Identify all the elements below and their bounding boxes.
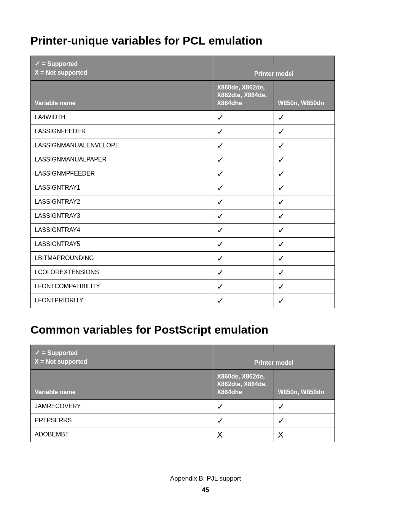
table-row: LASSIGNTRAY5✓✓	[31, 237, 335, 251]
variable-name: LASSIGNTRAY1	[31, 181, 213, 195]
blank-header	[213, 56, 274, 64]
col-model1: X860de, X862de, X862dte, X864de, X864dhe	[213, 369, 274, 399]
col-variable-name: Variable name	[31, 369, 213, 399]
support-mark: ✓	[274, 195, 335, 209]
support-mark: ✓	[213, 209, 274, 223]
variable-name: LASSIGNMANUALENVELOPE	[31, 139, 213, 153]
variable-name: LASSIGNMANUALPAPER	[31, 153, 213, 167]
variable-name: LASSIGNTRAY4	[31, 223, 213, 237]
check-icon: ✓	[35, 59, 40, 69]
page-number: 45	[0, 486, 411, 494]
table-row: LASSIGNTRAY1✓✓	[31, 181, 335, 195]
support-mark: ✓	[274, 139, 335, 153]
support-mark: ✓	[274, 167, 335, 181]
legend-cell: ✓ = Supported X = Not supported	[31, 345, 213, 369]
table-row: LFONTCOMPATIBILITY✓✓	[31, 280, 335, 294]
support-mark: ✓	[274, 223, 335, 237]
variable-name: ADOBEMBT	[31, 428, 213, 442]
blank-header	[274, 56, 335, 64]
table-row: LASSIGNMANUALENVELOPE✓✓	[31, 139, 335, 153]
col-model1: X860de, X862de, X862dte, X864de, X864dhe	[213, 80, 274, 110]
variable-name: JAMRECOVERY	[31, 399, 213, 414]
support-mark: ✓	[274, 265, 335, 280]
support-mark: ✓	[274, 125, 335, 139]
blank-header	[274, 345, 335, 353]
table-row: PRTPSERRS✓✓	[31, 414, 335, 428]
support-mark: X	[213, 428, 274, 442]
variable-name: LFONTPRIORITY	[31, 294, 213, 308]
printer-model-header: Printer model	[213, 353, 335, 369]
footer: Appendix B: PJL support 45	[0, 475, 411, 494]
support-mark: ✓	[274, 110, 335, 125]
support-mark: ✓	[213, 195, 274, 209]
support-mark: ✓	[274, 209, 335, 223]
variable-name: LASSIGNTRAY3	[31, 209, 213, 223]
supported-label: = Supported	[42, 350, 78, 356]
support-mark: ✓	[274, 399, 335, 414]
table-row: ADOBEMBTXX	[31, 428, 335, 442]
col-model2: W850n, W850dn	[274, 369, 335, 399]
table-pcl: ✓ = Supported X = Not supported Printer …	[30, 56, 335, 308]
section2-title: Common variables for PostScript emulatio…	[30, 323, 381, 336]
printer-model-header: Printer model	[213, 64, 335, 80]
support-mark: ✓	[213, 223, 274, 237]
support-mark: ✓	[213, 110, 274, 125]
support-mark: ✓	[213, 280, 274, 294]
support-mark: ✓	[213, 181, 274, 195]
col-variable-name: Variable name	[31, 80, 213, 110]
support-mark: ✓	[213, 265, 274, 280]
support-mark: ✓	[213, 167, 274, 181]
support-mark: ✓	[213, 399, 274, 414]
variable-name: LASSIGNTRAY5	[31, 237, 213, 251]
table-row: LA4WIDTH✓✓	[31, 110, 335, 125]
support-mark: ✓	[274, 280, 335, 294]
section1-title: Printer-unique variables for PCL emulati…	[30, 34, 381, 47]
variable-name: LFONTCOMPATIBILITY	[31, 280, 213, 294]
support-mark: ✓	[274, 237, 335, 251]
variable-name: LA4WIDTH	[31, 110, 213, 125]
footer-text: Appendix B: PJL support	[0, 475, 411, 482]
support-mark: ✓	[274, 181, 335, 195]
table-row: LASSIGNMANUALPAPER✓✓	[31, 153, 335, 167]
variable-name: LBITMAPROUNDING	[31, 251, 213, 265]
table-row: LBITMAPROUNDING✓✓	[31, 251, 335, 265]
col-model2: W850n, W850dn	[274, 80, 335, 110]
support-mark: ✓	[213, 414, 274, 428]
support-mark: ✓	[213, 251, 274, 265]
check-icon: ✓	[35, 348, 40, 358]
table-row: LFONTPRIORITY✓✓	[31, 294, 335, 308]
support-mark: ✓	[213, 294, 274, 308]
table-row: LASSIGNTRAY2✓✓	[31, 195, 335, 209]
table-row: LASSIGNTRAY3✓✓	[31, 209, 335, 223]
legend-cell: ✓ = Supported X = Not supported	[31, 56, 213, 81]
support-mark: ✓	[274, 251, 335, 265]
variable-name: PRTPSERRS	[31, 414, 213, 428]
table-row: LASSIGNFEEDER✓✓	[31, 125, 335, 139]
support-mark: ✓	[274, 153, 335, 167]
table-row: LASSIGNMPFEEDER✓✓	[31, 167, 335, 181]
support-mark: ✓	[213, 237, 274, 251]
variable-name: LCOLOREXTENSIONS	[31, 265, 213, 280]
table-row: LCOLOREXTENSIONS✓✓	[31, 265, 335, 280]
blank-header	[213, 345, 274, 353]
supported-label: = Supported	[42, 61, 78, 67]
variable-name: LASSIGNTRAY2	[31, 195, 213, 209]
variable-name: LASSIGNMPFEEDER	[31, 167, 213, 181]
support-mark: ✓	[274, 294, 335, 308]
support-mark: ✓	[213, 153, 274, 167]
support-mark: ✓	[213, 139, 274, 153]
notsupported-label: X = Not supported	[35, 358, 209, 366]
support-mark: ✓	[213, 125, 274, 139]
table-row: LASSIGNTRAY4✓✓	[31, 223, 335, 237]
support-mark: X	[274, 428, 335, 442]
variable-name: LASSIGNFEEDER	[31, 125, 213, 139]
table-row: JAMRECOVERY✓✓	[31, 399, 335, 414]
support-mark: ✓	[274, 414, 335, 428]
notsupported-label: X = Not supported	[35, 69, 209, 77]
table-postscript: ✓ = Supported X = Not supported Printer …	[30, 345, 335, 442]
